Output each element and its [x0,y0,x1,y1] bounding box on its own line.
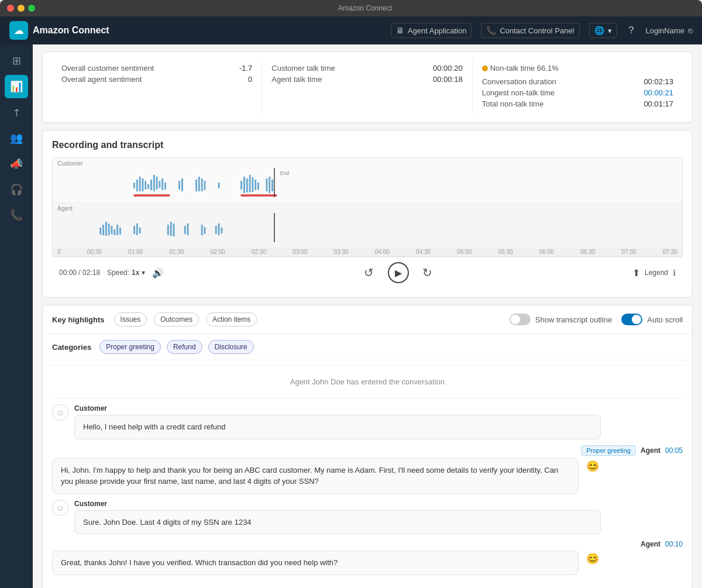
help-button[interactable]: ? [627,23,636,38]
svg-rect-34 [102,225,104,235]
agent-time-2: 00:10 [665,540,683,548]
categories-row: Categories Proper greeting Refund Disclo… [43,334,692,360]
issues-tag[interactable]: Issues [114,312,147,326]
logout-icon: ⎋ [688,26,693,35]
svg-rect-12 [178,181,180,190]
auto-scroll-toggle-knob [632,315,641,324]
message-group-3: ☺ Customer Sure. John Doe. Last 4 digits… [52,500,683,535]
svg-rect-42 [136,223,138,235]
svg-rect-33 [99,228,101,235]
play-button[interactable]: ▶ [388,262,409,283]
dashboard-icon: ⊞ [12,54,21,67]
agent-time-1: 00:05 [665,446,683,455]
svg-rect-23 [252,177,253,192]
svg-rect-46 [173,223,175,236]
svg-rect-19 [240,181,242,190]
share-button[interactable]: ⬆ [632,267,640,278]
legend-info-icon[interactable]: ℹ [673,268,676,277]
player-controls: 00:00 / 02:18 Speed: 1x ▾ 🔊 ↺ ▶ ↻ ⬆ Lege… [52,257,683,288]
svg-rect-38 [113,229,115,235]
non-talk-badge-row: Non-talk time 66.1% [482,64,673,73]
toggle-knob [511,315,520,324]
window-chrome: Amazon Connect [0,0,702,16]
traffic-lights [7,5,35,12]
svg-rect-26 [266,178,268,191]
waveform-timeline: 0 00:30 01:00 01:30 02:00 02:30 03:00 03… [53,247,682,256]
highlights-section: Key highlights Issues Outcomes Action it… [42,305,693,588]
window-title: Amazon Connect [35,4,695,12]
logo-icon: ☁ [9,21,28,40]
analytics-icon: 📊 [10,80,23,93]
svg-rect-22 [249,175,251,192]
outcomes-tag[interactable]: Outcomes [154,312,199,326]
globe-icon: 🌐 [594,26,604,35]
sidebar-item-headset[interactable]: 🎧 [5,178,28,201]
longest-non-talk-row: Longest non-talk time 00:00:21 [482,88,673,97]
language-button[interactable]: 🌐 ▾ [589,23,617,38]
skip-back-button[interactable]: ↺ [360,263,378,282]
svg-rect-36 [108,223,110,235]
sidebar-item-dashboard[interactable]: ⊞ [5,49,28,73]
svg-rect-35 [105,222,107,236]
sidebar-item-users[interactable]: 👥 [5,126,28,150]
agent-header-2: Agent 00:10 [52,540,683,548]
message-group-1: ☺ Customer Hello, I need help with a cre… [52,404,683,439]
category-refund[interactable]: Refund [167,340,202,354]
main-layout: ⊞ 📊 ↗ 👥 📣 🎧 📞 Overall customer sen [0,44,702,588]
users-icon: 👥 [10,132,23,145]
sentiment-stats: Overall customer sentiment -1.7 Overall … [52,59,262,115]
highlights-right: Show transcript outline Auto scroll [510,314,683,325]
svg-rect-47 [184,226,186,234]
sidebar-item-analytics[interactable]: 📊 [5,75,28,98]
show-transcript-toggle[interactable] [510,314,531,325]
user-menu[interactable]: LoginName ⎋ [646,26,693,35]
svg-rect-25 [257,183,259,190]
talk-time-stats: Customer talk time 00:00:20 Agent talk t… [262,59,472,115]
playback-speed-control[interactable]: Speed: 1x ▾ [107,269,145,277]
topnav-actions: 🖥 Agent Application 📞 Contact Control Pa… [391,23,693,38]
show-transcript-toggle-row: Show transcript outline [510,314,612,325]
highlights-header: Key highlights Issues Outcomes Action it… [43,305,692,334]
agent-header-1: Proper greeting Agent 00:05 [52,445,683,456]
svg-rect-27 [269,177,270,193]
phone-icon: 📞 [486,26,496,35]
recording-section: Recording and transcript Customer [42,130,693,298]
message-row-3: ☺ Customer Sure. John Doe. Last 4 digits… [52,500,683,535]
sidebar-item-campaigns[interactable]: 📣 [5,152,28,176]
category-proper-greeting[interactable]: Proper greeting [99,340,161,354]
customer-bubble-1: Hello, I need help with a credit card re… [74,415,601,439]
category-disclosure[interactable]: Disclosure [208,340,254,354]
svg-rect-17 [204,181,206,190]
contact-control-panel-button[interactable]: 📞 Contact Control Panel [481,23,579,38]
minimize-button[interactable] [18,5,25,12]
svg-rect-40 [119,228,121,235]
svg-rect-51 [215,226,217,234]
monitor-icon: 🖥 [396,26,404,35]
volume-button[interactable]: 🔊 [152,267,164,278]
categories-label: Categories [52,343,91,352]
close-button[interactable] [7,5,14,12]
sidebar-item-routing[interactable]: ↗ [5,101,28,124]
svg-rect-14 [195,180,197,191]
message-row-1: ☺ Customer Hello, I need help with a cre… [52,404,683,439]
agent-talk-time-row: Agent talk time 00:00:18 [271,75,462,84]
svg-rect-0 [133,183,135,188]
action-items-tag[interactable]: Action items [206,312,257,326]
agent-sentiment-row: Overall agent sentiment 0 [61,75,252,84]
skip-forward-button[interactable]: ↻ [418,263,437,282]
routing-icon: ↗ [9,105,24,120]
duration-stats: Non-talk time 66.1% Conversation duratio… [473,59,683,115]
customer-track-label: Customer [57,160,677,167]
app-logo: ☁ Amazon Connect [9,21,109,40]
campaigns-icon: 📣 [10,157,23,170]
svg-rect-11 [164,183,166,190]
agent-sentiment-icon-2: 😊 [584,551,601,567]
sidebar-item-phone[interactable]: 📞 [5,204,28,227]
maximize-button[interactable] [28,5,35,12]
auto-scroll-toggle[interactable] [621,314,642,325]
agent-application-button[interactable]: 🖥 Agent Application [391,23,472,38]
svg-rect-43 [139,228,141,233]
help-icon: ? [629,25,634,36]
phone2-icon: 📞 [10,209,23,222]
svg-rect-6 [150,180,152,190]
